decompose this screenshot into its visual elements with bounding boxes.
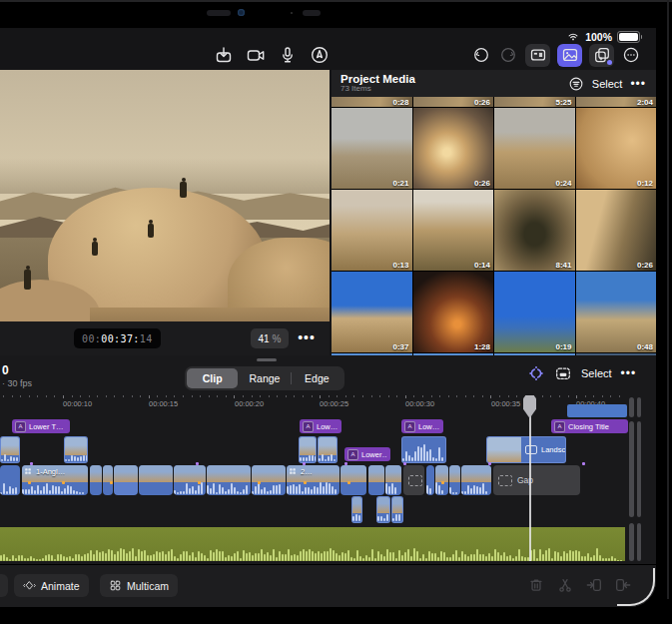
mode-edge[interactable]: Edge [292, 368, 342, 388]
clip-thumbnail [139, 465, 173, 482]
title-clip[interactable]: ALow… [401, 419, 443, 433]
media-thumbnail[interactable]: 0:26 [413, 108, 494, 189]
blade-button[interactable] [556, 576, 574, 594]
gap-clip[interactable]: Gap [493, 465, 580, 495]
media-thumbnail[interactable]: 0:12 [576, 108, 657, 189]
media-button[interactable] [557, 44, 582, 67]
media-thumbnail[interactable]: 0:14 [413, 190, 494, 271]
viewer-video-frame[interactable] [0, 70, 330, 321]
media-thumbnail-partial[interactable]: 5:25 [494, 97, 575, 107]
multicam-button[interactable]: Multicam [100, 574, 178, 597]
audio-clip[interactable] [0, 527, 625, 561]
storyline-clip[interactable] [435, 465, 448, 495]
timeline-ruler[interactable]: 0500:00:1000:00:1500:00:2000:00:2500:00:… [0, 393, 656, 417]
insert-left-button[interactable] [585, 576, 603, 594]
connected-clip[interactable]: Landscap… [486, 436, 566, 463]
clip-duration: 0:24 [555, 179, 571, 188]
magnetic-button[interactable] [527, 364, 545, 382]
connected-clip-below[interactable] [351, 496, 362, 523]
animate-button[interactable]: Animate [14, 574, 89, 597]
media-thumbnail[interactable]: 0:26 [576, 190, 657, 271]
mode-range[interactable]: Range [239, 368, 290, 388]
audio-waveform-bar [336, 553, 337, 561]
audio-waveform-bar [404, 552, 406, 561]
title-clip[interactable]: ALower T… [12, 419, 70, 433]
mic-icon[interactable] [278, 45, 298, 65]
trash-button[interactable] [527, 576, 545, 594]
media-thumbnail-partial[interactable]: 0:26 [413, 97, 494, 107]
timeline-select-button[interactable]: Select [581, 367, 612, 379]
title-clip[interactable]: ALower… [344, 447, 390, 461]
media-thumbnail[interactable]: 0:48 [576, 272, 657, 352]
redo-button[interactable] [498, 45, 518, 65]
storyline-clip[interactable] [207, 465, 251, 495]
storyline-clip[interactable] [0, 465, 20, 495]
connected-clip-below[interactable] [391, 496, 403, 523]
media-thumbnail[interactable]: 0:13 [332, 190, 412, 271]
camera-icon[interactable] [246, 45, 266, 65]
timecode-display[interactable]: 00:00:37:14 [74, 328, 161, 348]
title-badge-icon: A [347, 449, 358, 460]
timeline-more-button[interactable]: ••• [621, 366, 637, 380]
title-clip[interactable]: AClosing Title [551, 419, 628, 433]
music-clip[interactable] [567, 404, 627, 417]
clips-button[interactable] [589, 44, 614, 67]
person-silhouette [24, 266, 31, 290]
storyline-clip[interactable] [385, 465, 401, 495]
panel-drag-handle[interactable] [257, 358, 277, 361]
connected-clip[interactable] [64, 436, 88, 463]
storyline-clip[interactable] [252, 465, 286, 495]
storyline-clip[interactable] [90, 465, 102, 495]
title-clip[interactable]: ALow… [300, 419, 341, 433]
media-thumbnail[interactable]: 0:37 [332, 272, 412, 352]
connected-clip[interactable] [401, 436, 446, 463]
media-thumbnail-partial[interactable]: 2:04 [576, 97, 657, 107]
storyline-clip[interactable] [103, 465, 113, 495]
connected-clip[interactable] [0, 436, 20, 463]
connected-clip[interactable] [318, 436, 337, 463]
more-button[interactable] [621, 45, 641, 65]
storyline-clip[interactable] [368, 465, 384, 495]
media-more-button[interactable]: ••• [630, 77, 646, 91]
pencil-icon[interactable] [310, 45, 330, 65]
undo-button[interactable] [471, 45, 491, 65]
media-thumbnail[interactable]: 1:28 [413, 272, 494, 352]
import-icon[interactable] [214, 45, 234, 65]
media-thumbnail[interactable]: 8:41 [494, 190, 575, 271]
mode-clip[interactable]: Clip [187, 368, 238, 388]
connected-clip[interactable] [299, 436, 317, 463]
storyline-clip[interactable] [449, 465, 460, 495]
panels-button[interactable] [525, 44, 550, 67]
clip-thumbnail [340, 465, 366, 482]
ruler-tick [157, 395, 158, 397]
audio-waveform-bar [479, 554, 481, 561]
audio-waveform-bar [491, 556, 493, 561]
keyboard-button-partial[interactable] [0, 574, 8, 597]
storyline-clip[interactable] [426, 465, 434, 495]
audio-waveform-bar [162, 551, 164, 561]
storyline-clip[interactable] [114, 465, 138, 495]
storyline-clip[interactable] [461, 465, 491, 495]
waveform-bar [392, 518, 394, 521]
clip-appearance-button[interactable] [554, 364, 572, 382]
timeline-scrollbar-track[interactable] [629, 421, 641, 517]
media-thumbnail-partial[interactable]: 0:28 [332, 97, 412, 107]
media-thumbnail[interactable]: 0:21 [332, 108, 412, 189]
media-select-button[interactable]: Select [592, 78, 623, 90]
gap-clip[interactable]: Gap [403, 465, 424, 495]
filter-icon[interactable] [568, 76, 584, 92]
storyline-clip[interactable] [174, 465, 206, 495]
media-thumbnail[interactable]: 0:19 [494, 272, 575, 352]
connected-clip-below[interactable] [376, 496, 390, 523]
audio-waveform-bar [297, 555, 299, 561]
storyline-clip[interactable] [340, 465, 366, 495]
insert-right-button[interactable] [614, 576, 632, 594]
storyline-clip[interactable]: 1-Angl… [22, 465, 88, 495]
media-thumbnail[interactable]: 0:24 [494, 108, 575, 189]
viewer-more-button[interactable]: ••• [294, 322, 320, 352]
storyline-clip[interactable] [139, 465, 173, 495]
timeline-scrollbar-bottom[interactable] [629, 523, 641, 561]
zoom-level-button[interactable]: 41 % [251, 328, 289, 348]
storyline-clip[interactable]: 2… [287, 465, 339, 495]
timeline-scrollbar[interactable] [629, 397, 641, 417]
